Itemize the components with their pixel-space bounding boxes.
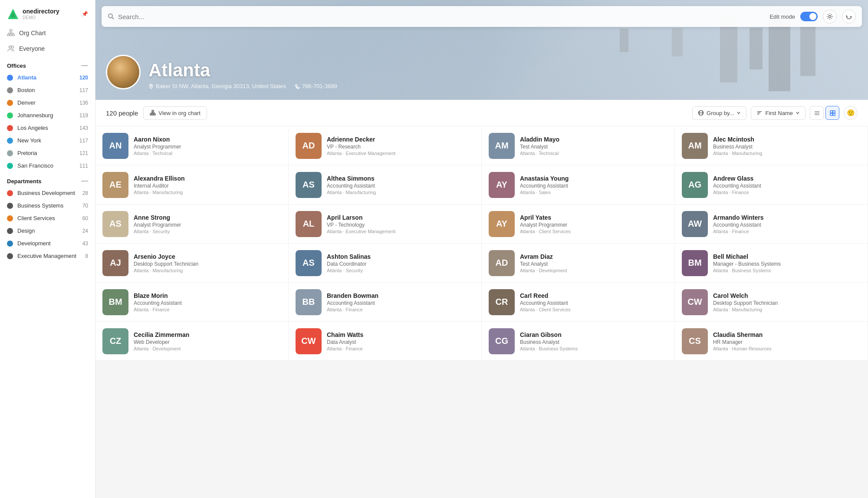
dept-dot-design	[7, 228, 13, 234]
sidebar-item-development[interactable]: Development 43	[0, 237, 95, 250]
person-card-23[interactable]: CG Ciaran Gibson Business Analyst Atlant…	[482, 322, 675, 361]
office-count-pretoria: 121	[79, 150, 88, 156]
person-info-22: Chaim Watts Data Analyst Atlanta · Finan…	[327, 331, 363, 351]
view-org-chart-button[interactable]: View in org chart	[143, 106, 207, 120]
person-card-24[interactable]: CS Claudia Sherman HR Manager Atlanta · …	[675, 322, 868, 361]
gear-icon	[826, 13, 833, 20]
avatar-initials-15: AD	[489, 250, 515, 276]
sidebar-item-atlanta[interactable]: Atlanta 120	[0, 71, 95, 84]
office-label-boston: Boston	[17, 87, 35, 93]
person-info-1: Aaron Nixon Analyst Programmer Atlanta ·…	[134, 136, 181, 156]
sidebar-item-client-services[interactable]: Client Services 60	[0, 212, 95, 224]
logo-name: onedirectory	[23, 8, 59, 15]
person-card-13[interactable]: AJ Arsenio Joyce Desktop Support Technic…	[95, 244, 289, 283]
person-title-19: Accounting Assistant	[520, 300, 571, 306]
sidebar-item-org-chart[interactable]: Org Chart	[0, 25, 95, 41]
office-count-denver: 136	[79, 100, 88, 106]
person-card-14[interactable]: AS Ashton Salinas Data Coordinator Atlan…	[289, 244, 482, 283]
person-info-14: Ashton Salinas Data Coordinator Atlanta …	[327, 253, 371, 273]
sidebar-item-boston[interactable]: Boston 117	[0, 84, 95, 96]
org-chart-small-icon	[150, 110, 156, 116]
person-avatar-2: AD	[296, 133, 322, 159]
person-card-16[interactable]: BM Bell Michael Manager - Business Syste…	[675, 244, 868, 283]
person-location-3: Atlanta · Technical	[520, 151, 559, 156]
person-card-4[interactable]: AM Alec Mcintosh Business Analyst Atlant…	[675, 126, 868, 165]
edit-mode-toggle[interactable]	[800, 12, 818, 21]
search-input[interactable]	[118, 13, 766, 20]
sidebar-item-pretoria[interactable]: Pretoria 121	[0, 147, 95, 159]
sort-chevron-icon	[796, 111, 800, 115]
person-name-11: April Yates	[520, 214, 571, 221]
person-title-21: Web Developer	[134, 339, 189, 345]
sidebar-item-san-francisco[interactable]: San Francisco 111	[0, 159, 95, 172]
city-avatar	[106, 55, 141, 89]
emoji-button[interactable]: 🙂	[844, 106, 858, 120]
person-card-3[interactable]: AM Aladdin Mayo Test Analyst Atlanta · T…	[482, 126, 675, 165]
dept-label-exec-mgmt: Executive Management	[17, 253, 76, 259]
person-card-22[interactable]: CW Chaim Watts Data Analyst Atlanta · Fi…	[289, 322, 482, 361]
sidebar-item-new-york[interactable]: New York 117	[0, 134, 95, 147]
sidebar-item-everyone[interactable]: Everyone	[0, 41, 95, 56]
person-card-10[interactable]: AL April Larson VP - Technology Atlanta …	[289, 204, 482, 244]
person-card-15[interactable]: AD Avram Diaz Test Analyst Atlanta · Dev…	[482, 244, 675, 283]
list-view-button[interactable]	[810, 106, 824, 120]
person-location-23: Atlanta · Business Systems	[520, 346, 578, 351]
person-card-19[interactable]: CR Carl Reed Accounting Assistant Atlant…	[482, 283, 675, 322]
person-location-20: Atlanta · Manufacturing	[713, 307, 778, 312]
office-dot-atlanta	[7, 75, 13, 81]
person-card-7[interactable]: AY Anastasia Young Accounting Assistant …	[482, 165, 675, 204]
person-title-6: Accounting Assistant	[327, 183, 376, 189]
avatar-initials-7: AY	[489, 172, 515, 198]
refresh-icon	[845, 13, 852, 20]
sidebar-item-business-sys[interactable]: Business Systems 70	[0, 199, 95, 212]
svg-point-13	[108, 14, 112, 18]
person-avatar-1: AN	[102, 133, 128, 159]
org-chart-icon	[7, 29, 15, 37]
everyone-icon	[7, 45, 15, 53]
person-card-12[interactable]: AW Armando Winters Accounting Assistant …	[675, 204, 868, 244]
person-card-11[interactable]: AY April Yates Analyst Programmer Atlant…	[482, 204, 675, 244]
settings-button[interactable]	[823, 10, 837, 23]
people-count: 120 people	[106, 109, 138, 117]
person-card-9[interactable]: AS Anne Strong Analyst Programmer Atlant…	[95, 204, 289, 244]
person-card-6[interactable]: AS Althea Simmons Accounting Assistant A…	[289, 165, 482, 204]
person-card-18[interactable]: BB Branden Bowman Accounting Assistant A…	[289, 283, 482, 322]
person-card-21[interactable]: CZ Cecilia Zimmerman Web Developer Atlan…	[95, 322, 289, 361]
sidebar-item-business-dev[interactable]: Business Development 28	[0, 187, 95, 199]
sidebar-item-johannesburg[interactable]: Johannesburg 119	[0, 109, 95, 122]
person-card-1[interactable]: AN Aaron Nixon Analyst Programmer Atlant…	[95, 126, 289, 165]
sidebar-item-denver[interactable]: Denver 136	[0, 96, 95, 109]
avatar-initials-17: BM	[102, 289, 128, 315]
departments-section-header: Departments —	[0, 172, 95, 187]
person-card-5[interactable]: AE Alexandra Ellison Internal Auditor At…	[95, 165, 289, 204]
office-label-los-angeles: Los Angeles	[17, 125, 48, 131]
sidebar-item-los-angeles[interactable]: Los Angeles 143	[0, 122, 95, 134]
departments-collapse-icon[interactable]: —	[81, 177, 88, 185]
search-bar: Edit mode	[102, 6, 862, 27]
sidebar-item-exec-mgmt[interactable]: Executive Management 8	[0, 250, 95, 262]
person-avatar-24: CS	[682, 328, 708, 354]
refresh-button[interactable]	[842, 10, 856, 23]
group-by-button[interactable]: Group by...	[692, 106, 746, 120]
chevron-down-icon	[736, 111, 741, 115]
person-info-24: Claudia Sherman HR Manager Atlanta · Hum…	[713, 331, 772, 351]
person-name-4: Alec Mcintosh	[713, 136, 762, 143]
person-title-23: Business Analyst	[520, 339, 578, 345]
person-title-10: VP - Technology	[327, 222, 395, 228]
person-avatar-11: AY	[489, 211, 515, 237]
person-card-17[interactable]: BM Blaze Morin Accounting Assistant Atla…	[95, 283, 289, 322]
person-info-12: Armando Winters Accounting Assistant Atl…	[713, 214, 764, 234]
person-card-8[interactable]: AG Andrew Glass Accounting Assistant Atl…	[675, 165, 868, 204]
grid-view-button[interactable]	[825, 106, 839, 120]
sidebar-item-design[interactable]: Design 24	[0, 224, 95, 237]
avatar-initials-10: AL	[296, 211, 322, 237]
pin-icon[interactable]: 📌	[82, 11, 88, 17]
person-card-20[interactable]: CW Carol Welch Desktop Support Technicia…	[675, 283, 868, 322]
sort-button[interactable]: First Name	[751, 106, 806, 120]
person-card-2[interactable]: AD Adrienne Decker VP - Research Atlanta…	[289, 126, 482, 165]
toolbar-right: Group by... First Name	[692, 106, 858, 120]
offices-collapse-icon[interactable]: —	[81, 62, 88, 69]
person-name-15: Avram Diaz	[520, 253, 567, 260]
dept-label-design: Design	[17, 228, 35, 234]
avatar-initials-2: AD	[296, 133, 322, 159]
